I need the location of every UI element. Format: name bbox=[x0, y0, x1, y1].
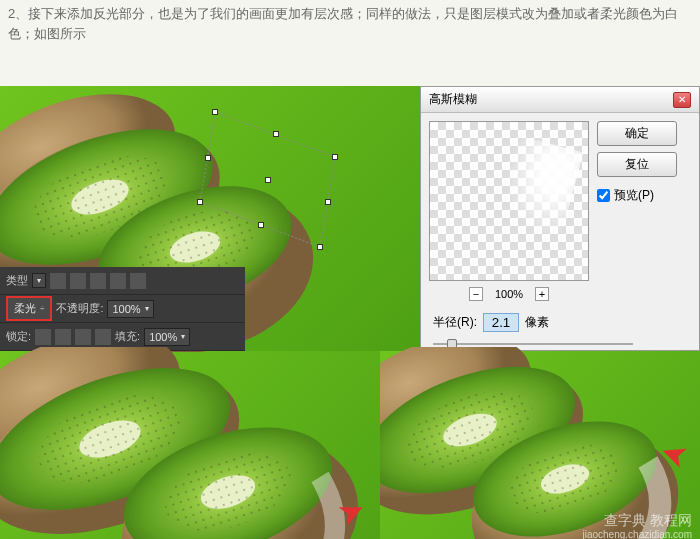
transform-handle[interactable] bbox=[212, 109, 218, 115]
layer-filter-icon[interactable] bbox=[50, 273, 66, 289]
fill-dropdown[interactable]: 100% ▾ bbox=[144, 328, 190, 346]
zoom-in-button[interactable]: + bbox=[535, 287, 549, 301]
chevron-down-icon: ▾ bbox=[145, 304, 149, 313]
chevron-down-icon: ▾ bbox=[181, 332, 185, 341]
transform-handle[interactable] bbox=[265, 177, 271, 183]
transform-handle[interactable] bbox=[273, 131, 279, 137]
opacity-label: 不透明度: bbox=[56, 301, 103, 316]
slider-track bbox=[433, 343, 633, 345]
watermark-line2: jiaocheng.chazidian.com bbox=[582, 529, 692, 539]
type-dropdown[interactable]: ▾ bbox=[32, 273, 46, 288]
cancel-button[interactable]: 复位 bbox=[597, 152, 677, 177]
transform-handle[interactable] bbox=[332, 154, 338, 160]
radius-label: 半径(R): bbox=[433, 314, 477, 331]
transform-bounding-box[interactable] bbox=[195, 107, 345, 252]
transform-handle[interactable] bbox=[317, 244, 323, 250]
transform-handle[interactable] bbox=[258, 222, 264, 228]
kiwi-image-3 bbox=[380, 347, 700, 539]
preview-box[interactable] bbox=[429, 121, 589, 281]
layer-filter-icon[interactable] bbox=[110, 273, 126, 289]
transform-handle[interactable] bbox=[197, 199, 203, 205]
preview-content bbox=[493, 134, 584, 239]
radius-input[interactable] bbox=[483, 313, 519, 332]
fill-value: 100% bbox=[149, 331, 177, 343]
zoom-value: 100% bbox=[495, 288, 523, 300]
transform-handle[interactable] bbox=[325, 199, 331, 205]
layer-filter-icon[interactable] bbox=[70, 273, 86, 289]
ok-button[interactable]: 确定 bbox=[597, 121, 677, 146]
preview-checkbox[interactable] bbox=[597, 189, 610, 202]
lock-all-icon[interactable] bbox=[95, 329, 111, 345]
layer-filter-icon[interactable] bbox=[90, 273, 106, 289]
kiwi-image-2 bbox=[0, 347, 380, 539]
type-label: 类型 bbox=[6, 273, 28, 288]
opacity-dropdown[interactable]: 100% ▾ bbox=[107, 300, 153, 318]
blend-mode-value: 柔光 bbox=[14, 301, 36, 316]
zoom-out-button[interactable]: − bbox=[469, 287, 483, 301]
close-button[interactable]: ✕ bbox=[673, 92, 691, 108]
screenshot-composite: 类型 ▾ 柔光 ÷ 不透明度: 100% ▾ 锁定: 填充: bbox=[0, 47, 700, 539]
watermark-line1: 查字典 教程网 bbox=[582, 512, 692, 529]
preview-checkbox-label: 预览(P) bbox=[614, 187, 654, 204]
lock-position-icon[interactable] bbox=[75, 329, 91, 345]
dialog-title: 高斯模糊 bbox=[429, 91, 477, 108]
lock-pixels-icon[interactable] bbox=[55, 329, 71, 345]
watermark: 查字典 教程网 jiaocheng.chazidian.com bbox=[582, 512, 692, 539]
step-number: 2、 bbox=[8, 6, 28, 21]
lock-label: 锁定: bbox=[6, 329, 31, 344]
blend-mode-dropdown[interactable]: 柔光 ÷ bbox=[6, 296, 52, 321]
fill-label: 填充: bbox=[115, 329, 140, 344]
transform-handle[interactable] bbox=[205, 155, 211, 161]
radius-unit: 像素 bbox=[525, 314, 549, 331]
photoshop-options-bar: 类型 ▾ 柔光 ÷ 不透明度: 100% ▾ 锁定: 填充: bbox=[0, 267, 245, 351]
chevron-down-icon: ÷ bbox=[40, 304, 44, 313]
gaussian-blur-dialog: 高斯模糊 ✕ − 100% + 确定 复位 预览 bbox=[420, 86, 700, 351]
instruction-text: 接下来添加反光部分，也是为了我们的画面更加有层次感；同样的做法，只是图层模式改为… bbox=[8, 6, 678, 41]
lock-transparency-icon[interactable] bbox=[35, 329, 51, 345]
close-icon: ✕ bbox=[678, 94, 686, 105]
opacity-value: 100% bbox=[112, 303, 140, 315]
layer-filter-icon[interactable] bbox=[130, 273, 146, 289]
